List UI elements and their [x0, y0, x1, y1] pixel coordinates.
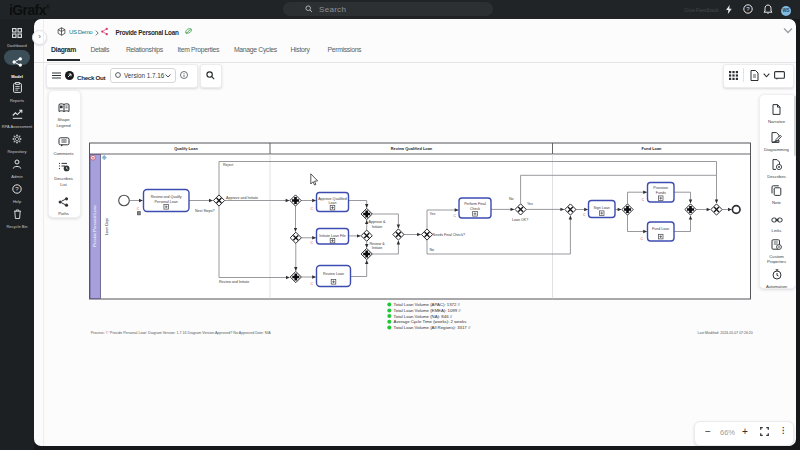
- svg-text:Total Loan Volume (EMEA): 1099: Total Loan Volume (EMEA): 1099 #: [394, 308, 462, 313]
- svg-text:Provide Personal Loan: Provide Personal Loan: [92, 205, 97, 247]
- svg-text:Provision: Provision: [653, 186, 668, 190]
- svg-text:Initiate: Initiate: [372, 246, 383, 250]
- svg-text:?: ?: [15, 186, 19, 192]
- svg-text:Total Loan Volume (NA): 846 #: Total Loan Volume (NA): 846 #: [394, 314, 453, 319]
- svg-text:Review Qualified Loan: Review Qualified Loan: [391, 146, 433, 151]
- svg-text:?: ?: [746, 6, 750, 12]
- svg-text:Yes: Yes: [430, 212, 436, 216]
- svg-text:Loan OK?: Loan OK?: [512, 218, 528, 222]
- svg-text:No: No: [509, 197, 514, 201]
- svg-text:Loan: Loan: [329, 201, 337, 205]
- svg-text:Approve and Initiate: Approve and Initiate: [226, 196, 258, 200]
- svg-text:Total Loan Volume (APAC): 1372: Total Loan Volume (APAC): 1372 #: [394, 302, 461, 307]
- svg-text:Approve Qualified: Approve Qualified: [318, 197, 347, 201]
- svg-text:Review &: Review &: [369, 242, 385, 246]
- svg-text:Loan Dept: Loan Dept: [105, 217, 109, 235]
- svg-text:Sign Loan: Sign Loan: [594, 206, 610, 210]
- svg-text:Review and Qualify: Review and Qualify: [151, 195, 182, 199]
- svg-text:Process: © 'Provide Personal L: Process: © 'Provide Personal Loan' Diagr…: [91, 331, 272, 335]
- svg-text:No: No: [430, 248, 435, 252]
- svg-text:Funds: Funds: [656, 191, 666, 195]
- svg-text:Last Modified: 2024-05-07 07:2: Last Modified: 2024-05-07 07:26:20: [698, 331, 753, 335]
- svg-text:Total Loan Volume (All Regions: Total Loan Volume (All Regions): 3317 #: [394, 325, 471, 330]
- svg-text:Initiate Loan File: Initiate Loan File: [319, 234, 345, 238]
- svg-text:Qualify Loan: Qualify Loan: [174, 146, 198, 151]
- svg-text:Reject: Reject: [223, 163, 233, 167]
- svg-text:Yes: Yes: [527, 202, 533, 206]
- svg-text:Average Cycle Time (weeks): 2: Average Cycle Time (weeks): 2 weeks: [394, 319, 467, 324]
- svg-text:Initiate: Initiate: [372, 225, 383, 229]
- svg-text:Check: Check: [470, 207, 480, 211]
- svg-text:Review Loan: Review Loan: [323, 272, 344, 276]
- svg-text:Fund Loan: Fund Loan: [642, 146, 663, 151]
- svg-text:Perform Final: Perform Final: [464, 202, 486, 206]
- svg-text:Needs Final Check?: Needs Final Check?: [433, 233, 465, 237]
- svg-text:Personal Loan: Personal Loan: [155, 200, 178, 204]
- svg-text:Approve &: Approve &: [369, 220, 386, 224]
- svg-text:Next Steps?: Next Steps?: [195, 209, 215, 213]
- svg-text:Fund Loan: Fund Loan: [652, 227, 669, 231]
- svg-text:Review and Initiate: Review and Initiate: [219, 280, 249, 284]
